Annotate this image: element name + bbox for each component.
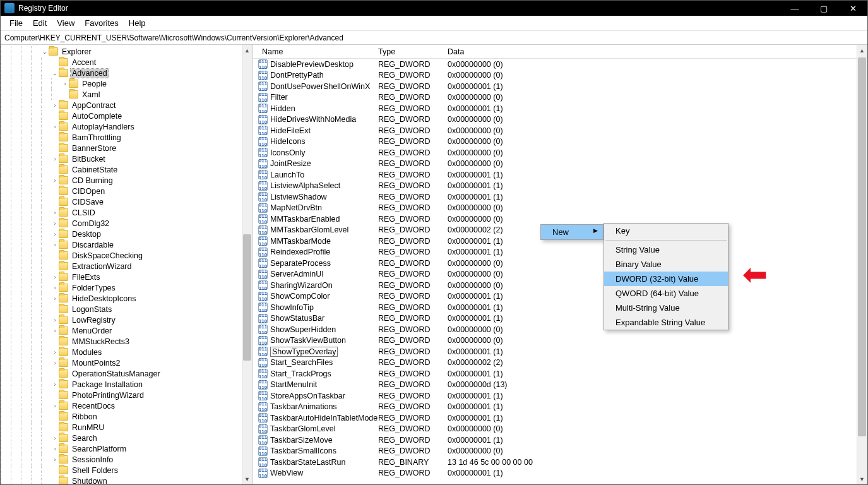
tree-scroll-thumb[interactable] [243,234,251,361]
tree-item-desktop[interactable]: › Desktop [1,229,253,239]
tree-item-appcontract[interactable]: › AppContract [1,100,253,111]
twisty-icon[interactable]: › [51,381,59,388]
menu-file[interactable]: File [4,17,28,29]
tree-item-explorer[interactable]: ⌄ Explorer [1,46,253,57]
tree-item-photoprintingwizard[interactable]: PhotoPrintingWizard [1,390,253,400]
twisty-icon[interactable]: › [51,328,59,334]
tree-item-mountpoints2[interactable]: › MountPoints2 [1,357,253,368]
value-row[interactable]: 011110 DisablePreviewDesktop REG_DWORD 0… [253,59,857,70]
scroll-down-icon[interactable]: ▼ [242,474,253,484]
value-row[interactable]: 011110 TaskbarAnimations REG_DWORD 0x000… [253,402,857,413]
tree-item-extractionwizard[interactable]: ExtractionWizard [1,261,253,272]
menu-edit[interactable]: Edit [28,17,52,29]
column-data[interactable]: Data [443,46,867,57]
tree-item-comdlg32[interactable]: › ComDlg32 [1,218,253,229]
tree-item-searchplatform[interactable]: › SearchPlatform [1,443,253,454]
twisty-icon[interactable]: › [51,156,59,162]
tree-item-search[interactable]: › Search [1,433,253,443]
tree-item-advanced[interactable]: ⌄ Advanced [1,68,253,78]
tree-item-clsid[interactable]: › CLSID [1,207,253,218]
tree-item-operationstatusmanager[interactable]: OperationStatusManager [1,368,253,379]
tree-item-recentdocs[interactable]: › RecentDocs [1,400,253,411]
twisty-icon[interactable]: › [51,457,59,463]
twisty-icon[interactable]: › [51,231,59,237]
tree-item-menuorder[interactable]: › MenuOrder [1,325,253,336]
twisty-icon[interactable]: › [61,81,69,87]
value-row[interactable]: 011110 ShowInfoTip REG_DWORD 0x00000001 … [253,302,857,313]
value-row[interactable]: 011110 HideFileExt REG_DWORD 0x00000000 … [253,125,857,136]
titlebar[interactable]: Registry Editor — ▢ ✕ [1,1,867,16]
value-row[interactable]: 011110 TaskbarStateLastRun REG_BINARY 13… [253,457,857,468]
tree-item-hidedesktopicons[interactable]: › HideDesktopIcons [1,293,253,304]
tree-item-people[interactable]: › People [1,78,253,89]
tree-item-autoplayhandlers[interactable]: › AutoplayHandlers [1,121,253,132]
tree-item-mmstuckrects3[interactable]: MMStuckRects3 [1,336,253,347]
value-row[interactable]: 011110 JointResize REG_DWORD 0x00000000 … [253,159,857,170]
column-name[interactable]: Name [253,46,373,57]
ctx-item-string-value[interactable]: String Value [604,242,728,257]
value-row[interactable]: 011110 Start_SearchFiles REG_DWORD 0x000… [253,357,857,369]
ctx-item-key[interactable]: Key [604,224,728,238]
twisty-icon[interactable]: › [51,446,59,452]
tree-item-discardable[interactable]: › Discardable [1,239,253,250]
tree-item-bannerstore[interactable]: BannerStore [1,143,253,153]
tree-item-ribbon[interactable]: Ribbon [1,411,253,422]
twisty-icon[interactable]: › [51,360,59,366]
value-row[interactable]: 011110 ShowSuperHidden REG_DWORD 0x00000… [253,324,857,335]
column-type[interactable]: Type [373,46,443,57]
value-row[interactable]: 011110 StartMenuInit REG_DWORD 0x0000000… [253,380,857,391]
value-row[interactable]: 011110 DontUsePowerShellOnWinX REG_DWORD… [253,81,857,92]
scroll-down-icon[interactable]: ▼ [857,474,867,484]
twisty-icon[interactable]: › [51,177,59,184]
ctx-item-binary-value[interactable]: Binary Value [604,257,728,272]
tree-item-cd-burning[interactable]: › CD Burning [1,175,253,186]
tree-item-logonstats[interactable]: LogonStats [1,304,253,314]
value-row[interactable]: 011110 ShowStatusBar REG_DWORD 0x0000000… [253,313,857,325]
scroll-up-icon[interactable]: ▲ [242,45,253,56]
value-row[interactable]: 011110 TaskbarAutoHideInTabletMode REG_D… [253,412,857,424]
tree-pane[interactable]: ⌄ Explorer Accent ⌄ Advanced › People Xa… [1,45,253,484]
list-scrollbar[interactable]: ▲ ▼ [857,45,867,484]
value-row[interactable]: 011110 TaskbarSmallIcons REG_DWORD 0x000… [253,446,857,457]
close-button[interactable]: ✕ [838,1,867,16]
tree-item-fileexts[interactable]: › FileExts [1,272,253,282]
twisty-icon[interactable]: › [51,124,59,130]
twisty-icon[interactable]: › [51,242,59,248]
twisty-icon[interactable]: › [51,317,59,323]
value-row[interactable]: 011110 MapNetDrvBtn REG_DWORD 0x00000000… [253,203,857,214]
value-row[interactable]: 011110 ListviewShadow REG_DWORD 0x000000… [253,191,857,203]
value-row[interactable]: 011110 IconsOnly REG_DWORD 0x00000000 (0… [253,147,857,159]
tree-item-bamthrottling[interactable]: BamThrottling [1,132,253,143]
twisty-icon[interactable]: › [51,210,59,216]
twisty-icon[interactable]: › [51,285,59,291]
tree-item-autocomplete[interactable]: AutoComplete [1,111,253,121]
twisty-icon[interactable]: › [51,403,59,409]
ctx-item-expandable-string-value[interactable]: Expandable String Value [604,315,728,330]
tree-item-cidsave[interactable]: CIDSave [1,196,253,207]
list-scroll-thumb[interactable] [858,57,866,436]
tree-item-diskspacechecking[interactable]: DiskSpaceChecking [1,250,253,261]
ctx-item-multi-string-value[interactable]: Multi-String Value [604,301,728,315]
menu-favorites[interactable]: Favorites [80,17,123,29]
twisty-icon[interactable]: › [51,102,59,109]
value-row[interactable]: 011110 TaskbarGlomLevel REG_DWORD 0x0000… [253,424,857,435]
ctx-item-qword-64-bit-value[interactable]: QWORD (64-bit) Value [604,286,728,301]
value-row[interactable]: 011110 Filter REG_DWORD 0x00000000 (0) [253,92,857,104]
twisty-icon[interactable]: › [51,296,59,302]
value-row[interactable]: 011110 StoreAppsOnTaskbar REG_DWORD 0x00… [253,390,857,402]
ctx-item-dword-32-bit-value[interactable]: DWORD (32-bit) Value [604,272,728,286]
value-row[interactable]: 011110 Hidden REG_DWORD 0x00000001 (1) [253,103,857,114]
value-row[interactable]: 011110 HideDrivesWithNoMedia REG_DWORD 0… [253,114,857,126]
tree-item-package-installation[interactable]: › Package Installation [1,379,253,390]
value-row[interactable]: 011110 LaunchTo REG_DWORD 0x00000001 (1) [253,169,857,181]
twisty-icon[interactable]: ⌄ [41,49,49,55]
ctx-new[interactable]: New [541,225,603,239]
value-row[interactable]: 011110 TaskbarSizeMove REG_DWORD 0x00000… [253,434,857,446]
tree-item-cabinetstate[interactable]: CabinetState [1,164,253,175]
value-row[interactable]: 011110 HideIcons REG_DWORD 0x00000000 (0… [253,136,857,148]
menu-view[interactable]: View [52,17,80,29]
maximize-button[interactable]: ▢ [809,1,838,16]
tree-item-foldertypes[interactable]: › FolderTypes [1,282,253,293]
context-menu-parent[interactable]: New [540,224,603,240]
tree-item-shell-folders[interactable]: Shell Folders [1,465,253,476]
